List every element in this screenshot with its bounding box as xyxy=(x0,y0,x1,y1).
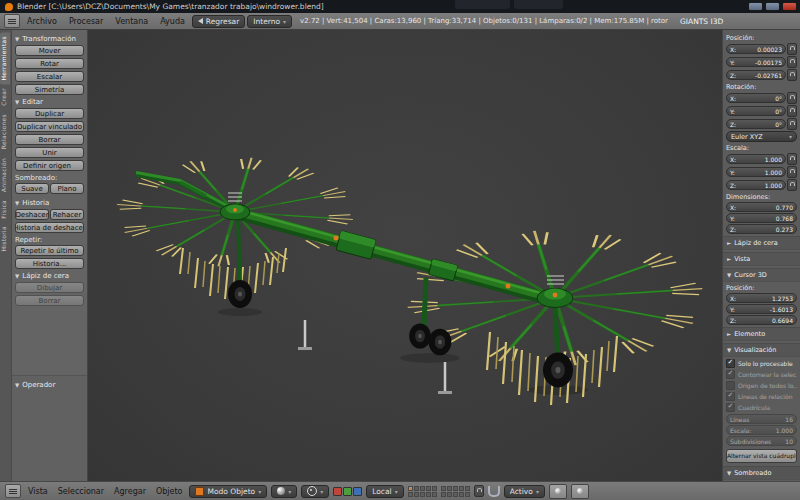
layer-cell[interactable] xyxy=(453,486,458,491)
cursor-x-field[interactable]: X:1.2753 xyxy=(726,293,797,303)
lock-icon[interactable] xyxy=(787,118,797,130)
layer-cell[interactable] xyxy=(459,492,464,497)
editor-type-icon[interactable] xyxy=(5,484,21,498)
scale-manipulator-icon[interactable] xyxy=(353,487,362,496)
layer-cell[interactable] xyxy=(447,486,452,491)
wheel[interactable] xyxy=(409,323,431,348)
scale-y-field[interactable]: Y:1.000 xyxy=(726,167,786,177)
minimize-button[interactable] xyxy=(748,2,763,11)
info-editor-icon[interactable] xyxy=(4,14,20,28)
close-button[interactable] xyxy=(782,2,797,11)
join-button[interactable]: Unir xyxy=(15,147,84,158)
location-x-field[interactable]: X:0.00023 xyxy=(726,44,786,54)
panel-header-item[interactable]: ► Elemento xyxy=(723,327,800,341)
rotation-mode-dropdown[interactable]: Euler XYZ ▾ xyxy=(726,131,797,142)
opengl-render-anim-icon[interactable] xyxy=(571,484,589,499)
viewport-shading-dropdown[interactable]: ▾ xyxy=(271,485,297,498)
translate-manipulator-icon[interactable] xyxy=(333,487,342,496)
panel-header-display[interactable]: ▼ Visualización xyxy=(723,343,800,357)
panel-header-shading[interactable]: ▼ Sombreado xyxy=(723,466,800,480)
tab-crear[interactable]: Crear xyxy=(0,84,10,110)
grease-draw-button[interactable]: Dibujar xyxy=(15,282,84,293)
layer-cell[interactable] xyxy=(420,492,425,497)
layer-cell[interactable] xyxy=(420,486,425,491)
scale-button[interactable]: Escalar xyxy=(15,71,84,82)
layer-cell[interactable] xyxy=(459,486,464,491)
rotate-button[interactable]: Rotar xyxy=(15,58,84,69)
section-transform[interactable]: ▼ Transformación xyxy=(15,35,84,43)
mirror-button[interactable]: Simetría xyxy=(15,84,84,95)
menu-seleccionar[interactable]: Seleccionar xyxy=(55,487,107,496)
snap-magnet-icon[interactable] xyxy=(488,486,500,497)
panel-header-view[interactable]: ► Vista xyxy=(723,252,800,266)
redo-button[interactable]: Rehacer xyxy=(50,209,84,220)
section-history[interactable]: ▼ Historia xyxy=(15,199,84,207)
shade-flat-button[interactable]: Plano xyxy=(50,183,84,194)
rotation-y-field[interactable]: Y:0° xyxy=(726,106,786,116)
only-render-checkbox[interactable]: ✓ Solo lo procesable xyxy=(726,359,797,368)
duplicate-button[interactable]: Duplicar xyxy=(15,108,84,119)
section-edit[interactable]: ▼ Editar xyxy=(15,98,84,106)
panel-header-grease-pencil[interactable]: ► Lápiz de cera xyxy=(723,236,800,250)
tab-fisica[interactable]: Física xyxy=(0,196,10,223)
grid-floor-checkbox[interactable]: ✓ Cuadrícula xyxy=(726,403,797,412)
windrower-model[interactable] xyxy=(88,30,722,481)
scale-z-field[interactable]: Z:1.000 xyxy=(726,180,786,190)
layer-cell[interactable] xyxy=(414,492,419,497)
layer-cell[interactable] xyxy=(441,486,446,491)
layer-cell[interactable] xyxy=(426,492,431,497)
tab-relaciones[interactable]: Relaciones xyxy=(0,110,10,153)
grid-subdivisions-field[interactable]: Subdivisiones10 xyxy=(726,436,797,446)
layer-cell[interactable] xyxy=(414,486,419,491)
grid-scale-field[interactable]: Escala:1.000 xyxy=(726,425,797,435)
layer-cell[interactable] xyxy=(426,486,431,491)
lock-icon[interactable] xyxy=(787,69,797,81)
mode-dropdown[interactable]: Modo Objeto ▾ xyxy=(189,485,267,498)
pivot-dropdown[interactable]: ▾ xyxy=(301,485,329,498)
relationship-lines-checkbox[interactable]: ✓ Líneas de relación xyxy=(726,392,797,401)
layer-cell[interactable] xyxy=(465,486,470,491)
wheel[interactable] xyxy=(429,329,452,356)
wheel[interactable] xyxy=(543,353,573,388)
background-window-tab[interactable] xyxy=(455,0,510,9)
lock-icon[interactable] xyxy=(787,43,797,55)
render-engine-dropdown[interactable]: Interno ▾ xyxy=(247,15,292,28)
dimensions-y-field[interactable]: Y:0.768 xyxy=(726,213,797,223)
back-to-previous-button[interactable]: Regresar xyxy=(192,15,245,28)
cursor-z-field[interactable]: Z:0.6694 xyxy=(726,315,797,325)
orientation-dropdown[interactable]: Local ▾ xyxy=(366,485,403,498)
tab-historia[interactable]: Historia xyxy=(0,222,10,256)
lock-icon[interactable] xyxy=(787,92,797,104)
maximize-button[interactable] xyxy=(765,2,780,11)
panel-header-3d-cursor[interactable]: ▼ Cursor 3D xyxy=(723,268,800,282)
scale-x-field[interactable]: X:1.000 xyxy=(726,154,786,164)
shade-smooth-button[interactable]: Suave xyxy=(15,183,49,194)
layer-cell[interactable] xyxy=(465,492,470,497)
grease-erase-button[interactable]: Borrar xyxy=(15,295,84,306)
dimensions-z-field[interactable]: Z:0.273 xyxy=(726,224,797,234)
outline-selected-checkbox[interactable]: ✓ Contornear la selec... xyxy=(726,370,797,379)
layer-cell[interactable] xyxy=(432,492,437,497)
section-grease-pencil[interactable]: ▼ Lápiz de cera xyxy=(15,272,84,280)
lock-icon[interactable] xyxy=(787,153,797,165)
section-operator[interactable]: ▼ Operador xyxy=(15,381,84,389)
menu-archivo[interactable]: Archivo xyxy=(22,17,62,26)
rotation-x-field[interactable]: X:0° xyxy=(726,93,786,103)
lock-icon[interactable] xyxy=(787,56,797,68)
layer-cell[interactable] xyxy=(432,486,437,491)
wheel[interactable] xyxy=(228,280,252,308)
menu-ayuda[interactable]: Ayuda xyxy=(155,17,190,26)
grid-lines-field[interactable]: Líneas16 xyxy=(726,414,797,424)
menu-agregar[interactable]: Agregar xyxy=(111,487,149,496)
tab-animacion[interactable]: Animación xyxy=(0,154,10,196)
repeat-history-button[interactable]: Historia... xyxy=(15,258,84,269)
location-z-field[interactable]: Z:-0.02761 xyxy=(726,70,786,80)
opengl-render-still-icon[interactable] xyxy=(549,484,567,499)
set-origin-button[interactable]: Definir origen ▾ xyxy=(15,160,84,171)
undo-button[interactable]: Deshacer xyxy=(15,209,49,220)
lock-icon[interactable] xyxy=(787,179,797,191)
menu-ventana[interactable]: Ventana xyxy=(110,17,153,26)
lock-icon[interactable] xyxy=(787,166,797,178)
layer-cell[interactable] xyxy=(408,486,413,491)
menu-objeto[interactable]: Objeto xyxy=(153,487,186,496)
